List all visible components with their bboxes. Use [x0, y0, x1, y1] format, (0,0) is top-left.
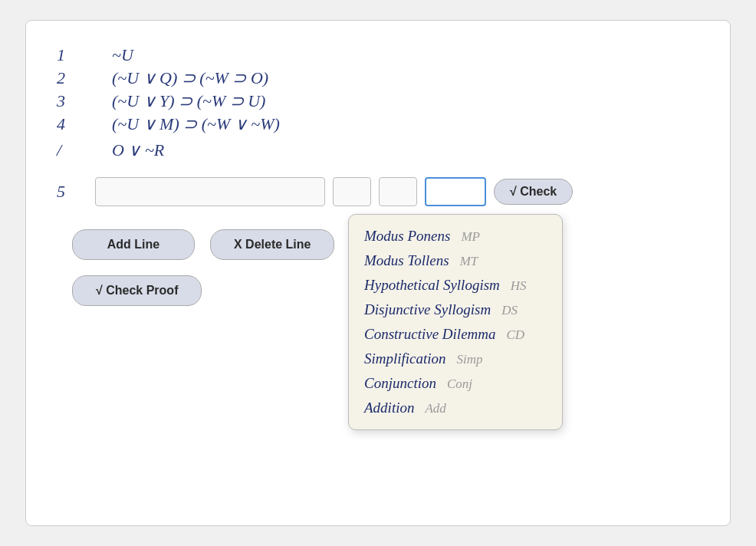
formula-2: (~U ∨ Q) ⊃ (~W ⊃ O): [100, 68, 268, 88]
rule-item-mp[interactable]: Modus Ponens MP: [364, 224, 547, 248]
proof-line-3: 3 (~U ∨ Y) ⊃ (~W ⊃ U): [57, 90, 699, 113]
new-line-input-row: 5 √ Check Modus Ponens MP Modus Tollens …: [57, 177, 699, 206]
proof-line-1: 1 ~U: [57, 44, 699, 67]
proof-line-4: 4 (~U ∨ M) ⊃ (~W ∨ ~W): [57, 113, 699, 136]
rule-name-add: Addition: [364, 400, 414, 416]
rule-name-hs: Hypothetical Syllogism: [364, 277, 500, 294]
ref2-input[interactable]: [379, 177, 417, 206]
formula-input[interactable]: [95, 177, 325, 206]
rule-dropdown: Modus Ponens MP Modus Tollens MT Hypothe…: [348, 214, 563, 430]
rule-name-simp: Simplification: [364, 350, 446, 367]
rule-name-ds: Disjunctive Syllogism: [364, 301, 491, 318]
rule-abbr-mp: MP: [461, 229, 480, 245]
rule-item-simp[interactable]: Simplification Simp: [364, 347, 547, 371]
top-button-row: Add Line X Delete Line: [72, 229, 334, 260]
rule-name-mt: Modus Tollens: [364, 252, 449, 269]
formula-4: (~U ∨ M) ⊃ (~W ∨ ~W): [100, 114, 280, 134]
check-proof-button[interactable]: √ Check Proof: [72, 275, 202, 306]
check-line-button[interactable]: √ Check: [494, 179, 573, 205]
slash-symbol: /: [57, 140, 87, 160]
rule-name-conj: Conjunction: [364, 375, 436, 392]
line-number-2: 2: [57, 68, 87, 88]
proof-line-2: 2 (~U ∨ Q) ⊃ (~W ⊃ O): [57, 67, 699, 90]
line-number-4: 4: [57, 114, 87, 134]
rule-item-conj[interactable]: Conjunction Conj: [364, 371, 547, 396]
rule-input[interactable]: [425, 177, 486, 206]
rule-abbr-ds: DS: [501, 303, 518, 318]
rule-item-cd[interactable]: Constructive Dilemma CD: [364, 322, 547, 347]
rule-abbr-cd: CD: [507, 327, 525, 343]
rule-item-mt[interactable]: Modus Tollens MT: [364, 248, 547, 273]
rule-name-cd: Constructive Dilemma: [364, 326, 496, 343]
proof-lines: 1 ~U 2 (~U ∨ Q) ⊃ (~W ⊃ O) 3 (~U ∨ Y) ⊃ …: [57, 44, 699, 162]
rule-name-mp: Modus Ponens: [364, 228, 450, 245]
rule-abbr-add: Add: [425, 401, 445, 416]
new-line-number: 5: [57, 182, 87, 202]
formula-1: ~U: [100, 45, 133, 65]
main-window: 1 ~U 2 (~U ∨ Q) ⊃ (~W ⊃ O) 3 (~U ∨ Y) ⊃ …: [25, 20, 731, 526]
add-line-button[interactable]: Add Line: [72, 229, 195, 260]
conclusion-formula: O ∨ ~R: [100, 140, 164, 160]
line-number-1: 1: [57, 45, 87, 65]
rule-abbr-hs: HS: [511, 278, 527, 294]
rule-item-hs[interactable]: Hypothetical Syllogism HS: [364, 273, 547, 298]
rule-abbr-simp: Simp: [457, 352, 483, 367]
rule-item-add[interactable]: Addition Add: [364, 396, 547, 420]
rule-item-ds[interactable]: Disjunctive Syllogism DS: [364, 298, 547, 322]
ref1-input[interactable]: [333, 177, 371, 206]
rule-abbr-conj: Conj: [447, 377, 472, 392]
rule-abbr-mt: MT: [460, 254, 478, 269]
conclusion-separator: / O ∨ ~R: [57, 139, 699, 162]
line-number-3: 3: [57, 91, 87, 111]
formula-3: (~U ∨ Y) ⊃ (~W ⊃ U): [100, 91, 265, 111]
delete-line-button[interactable]: X Delete Line: [210, 229, 334, 260]
